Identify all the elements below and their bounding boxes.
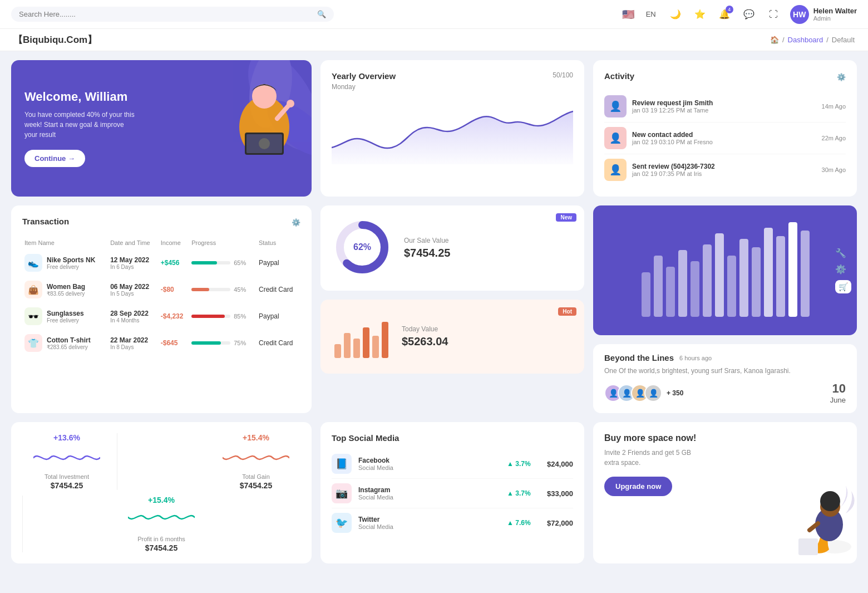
activity-content: Review request jim Smith jan 03 19 12:25… — [632, 99, 816, 114]
stat-label: Total Gain — [211, 473, 300, 480]
breadcrumb-dashboard[interactable]: Dashboard — [788, 36, 823, 44]
user-info[interactable]: HW Helen Walter Admin — [790, 5, 857, 24]
social-row: 📷 Instagram Social Media ▲ 3.7% $33,000 — [332, 479, 573, 508]
activity-item-title: Sent review (504)236-7302 — [632, 163, 816, 170]
home-icon[interactable]: 🏠 — [770, 36, 779, 44]
breadcrumb: 🏠 / Dashboard / Default — [770, 36, 855, 44]
beyond-card: Beyond the Lines 6 hours ago One Of the … — [593, 344, 857, 413]
today-value-card: Hot Today Value $5263.04 — [320, 300, 584, 374]
social-icon: 🐦 — [332, 513, 352, 533]
social-info: Instagram Social Media — [358, 486, 500, 501]
message-icon[interactable]: 💬 — [741, 7, 757, 22]
language-label[interactable]: EN — [643, 7, 659, 22]
beyond-title: Beyond the Lines — [604, 353, 674, 362]
item-progress: 85% — [189, 303, 257, 330]
stat-amount: $7454.25 — [211, 481, 300, 490]
fullscreen-icon[interactable]: ⛶ — [766, 7, 781, 22]
item-status: Credit Card — [257, 330, 300, 356]
social-row: 🐦 Twitter Social Media ▲ 7.6% $72,000 — [332, 508, 573, 537]
item-name: Cotton T-shirt — [47, 336, 91, 344]
chart-settings-icon[interactable]: ⚙️ — [835, 264, 851, 275]
activity-item-time: jan 02 19 03:10 PM at Fresno — [632, 139, 816, 145]
item-name: Nike Sports NK — [47, 256, 95, 264]
search-input[interactable] — [19, 10, 313, 18]
search-icon: 🔍 — [317, 10, 326, 18]
item-progress: 45% — [189, 276, 257, 303]
stat-percent: +15.4% — [117, 496, 206, 504]
svg-rect-20 — [654, 256, 663, 317]
social-icon: 📷 — [332, 483, 352, 503]
svg-rect-31 — [788, 222, 797, 317]
stats-mini-card: +13.6% Total Investment $7454.25 +15.4% … — [11, 422, 312, 563]
item-date: 22 Mar 2022 In 8 Days — [108, 330, 159, 356]
svg-rect-19 — [642, 272, 650, 317]
svg-rect-18 — [382, 322, 388, 358]
activity-card: Activity ⚙️ 👤 Review request jim Smith j… — [593, 60, 857, 197]
stat-item: +15.4% Profit in 6 months $7454.25 — [117, 496, 206, 552]
chart-edit-icon[interactable]: 🔧 — [835, 248, 851, 258]
social-media-card: Top Social Media 📘 Facebook Social Media… — [320, 422, 584, 563]
star-icon[interactable]: ⭐ — [692, 7, 708, 22]
stat-wave — [33, 447, 100, 469]
svg-rect-13 — [334, 344, 341, 358]
notification-icon[interactable]: 🔔 4 — [717, 7, 732, 22]
social-growth: ▲ 3.7% — [507, 460, 540, 468]
upgrade-title: Buy more space now! — [604, 433, 846, 443]
item-sub: ₹283.65 delivery — [47, 344, 91, 350]
svg-rect-17 — [372, 336, 379, 358]
item-sub: Free delivery — [47, 264, 95, 270]
svg-rect-16 — [363, 327, 369, 358]
item-icon: 🕶️ — [24, 307, 42, 325]
avatar: HW — [790, 5, 809, 24]
search-bar[interactable]: 🔍 — [11, 7, 334, 22]
transaction-column-header: Item Name — [22, 236, 108, 249]
beyond-time: 6 hours ago — [679, 355, 712, 361]
activity-thumb: 👤 — [604, 159, 627, 181]
sale-label: Our Sale Value — [404, 237, 450, 244]
right-column: 🔧 ⚙️ 🛒 Beyond the Lines 6 hours ago One … — [593, 205, 857, 413]
svg-rect-21 — [666, 267, 675, 317]
transaction-column-header: Income — [159, 236, 189, 249]
svg-rect-28 — [752, 247, 761, 317]
social-info: Facebook Social Media — [358, 457, 500, 471]
activity-item-title: New contact added — [632, 131, 816, 139]
item-icon: 👕 — [24, 334, 42, 352]
main-bar-chart — [604, 217, 846, 322]
continue-button[interactable]: Continue → — [24, 150, 85, 167]
social-amount: $33,000 — [547, 489, 573, 498]
today-badge: Hot — [558, 307, 576, 316]
item-icon: 👜 — [24, 281, 42, 298]
progress-bar — [191, 288, 230, 291]
svg-rect-22 — [678, 250, 687, 317]
yearly-chart — [332, 97, 573, 166]
activity-content: Sent review (504)236-7302 jan 02 19 07:3… — [632, 163, 816, 177]
dark-mode-icon[interactable]: 🌙 — [668, 7, 683, 22]
activity-item-time: jan 03 19 12:25 PM at Tame — [632, 107, 816, 114]
breadcrumb-bar: 【Biqubiqu.Com】 🏠 / Dashboard / Default — [0, 29, 868, 51]
today-bar-chart — [332, 311, 393, 362]
upgrade-button[interactable]: Upgrade now — [604, 477, 672, 496]
stat-percent: +15.4% — [211, 433, 300, 442]
top-navigation: 🔍 🇺🇸 EN 🌙 ⭐ 🔔 4 💬 ⛶ HW Helen Walter Admi… — [0, 0, 868, 29]
transaction-settings-icon[interactable]: ⚙️ — [292, 218, 300, 227]
item-progress: 65% — [189, 249, 257, 276]
brand-logo: 【Biqubiqu.Com】 — [13, 33, 97, 46]
value-column: New 62% Our Sale Value $7454.25 Hot — [320, 205, 584, 413]
activity-item-ago: 30m Ago — [822, 166, 846, 173]
chart-shop-icon[interactable]: 🛒 — [835, 280, 851, 293]
activity-settings-icon[interactable]: ⚙️ — [837, 73, 846, 81]
social-list: 📘 Facebook Social Media ▲ 3.7% $24,000 📷… — [332, 449, 573, 537]
activity-item: 👤 Sent review (504)236-7302 jan 02 19 07… — [604, 154, 846, 185]
svg-rect-23 — [691, 261, 699, 317]
activity-thumb: 👤 — [604, 95, 627, 117]
item-income: -$645 — [159, 330, 189, 356]
activity-item-ago: 14m Ago — [822, 103, 846, 110]
activity-title: Activity — [604, 71, 634, 81]
item-date: 28 Sep 2022 In 4 Months — [108, 303, 159, 330]
social-name: Instagram — [358, 486, 500, 494]
stat-percent: +13.6% — [22, 433, 111, 442]
sale-value-card: New 62% Our Sale Value $7454.25 — [320, 205, 584, 291]
social-growth: ▲ 7.6% — [507, 519, 540, 527]
item-cell: 👕 Cotton T-shirt ₹283.65 delivery — [24, 334, 106, 352]
item-progress: 75% — [189, 330, 257, 356]
